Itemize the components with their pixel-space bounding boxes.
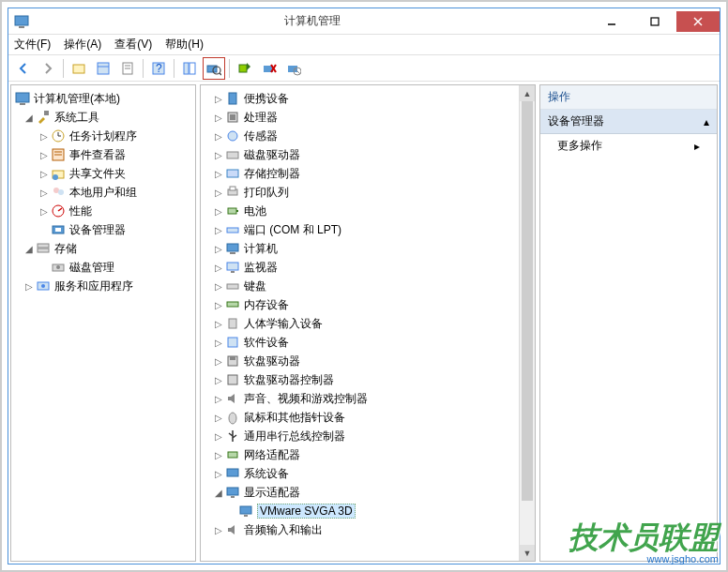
device-floppy-controller[interactable]: ▷软盘驱动器控制器 xyxy=(208,370,518,389)
expand-icon[interactable]: ▷ xyxy=(38,204,51,218)
minimize-button[interactable] xyxy=(590,11,633,32)
maximize-button[interactable] xyxy=(633,11,676,32)
device-computer[interactable]: ▷计算机 xyxy=(208,239,518,258)
disable-button[interactable] xyxy=(282,57,305,80)
expand-icon[interactable]: ▷ xyxy=(212,467,225,480)
tree-device-manager[interactable]: 设备管理器 xyxy=(11,220,195,239)
device-display-adapter[interactable]: ◢显示适配器 xyxy=(208,483,518,502)
device-memory[interactable]: ▷内存设备 xyxy=(208,295,518,314)
scroll-down-button[interactable]: ▼ xyxy=(520,545,535,561)
collapse-icon[interactable]: ◢ xyxy=(23,242,36,255)
show-hide-tree-button[interactable] xyxy=(178,57,201,80)
expand-icon[interactable]: ▷ xyxy=(212,223,225,236)
expand-icon[interactable]: ▷ xyxy=(38,129,51,143)
vertical-scrollbar[interactable]: ▲ ▼ xyxy=(519,85,535,561)
up-button[interactable] xyxy=(68,57,90,80)
scroll-up-button[interactable]: ▲ xyxy=(520,85,535,101)
expand-icon[interactable]: ▷ xyxy=(212,167,225,180)
scroll-thumb[interactable] xyxy=(522,101,533,501)
device-hid[interactable]: ▷人体学输入设备 xyxy=(208,314,518,333)
actions-section[interactable]: 设备管理器 ▴ xyxy=(540,110,717,134)
expand-icon[interactable]: ▷ xyxy=(212,204,225,218)
expand-icon[interactable]: ▷ xyxy=(212,92,225,105)
forward-button[interactable] xyxy=(37,57,59,80)
expand-icon[interactable]: ▷ xyxy=(212,336,225,349)
expand-icon[interactable]: ▷ xyxy=(38,167,51,180)
expand-icon[interactable]: ▷ xyxy=(212,373,225,386)
expand-icon[interactable]: ▷ xyxy=(212,148,225,161)
expand-icon[interactable]: ▷ xyxy=(212,354,225,368)
tree-system-tools[interactable]: ◢ 系统工具 xyxy=(11,108,195,127)
device-mouse[interactable]: ▷鼠标和其他指针设备 xyxy=(208,408,518,427)
svg-rect-66 xyxy=(229,319,236,328)
expand-icon[interactable]: ▷ xyxy=(212,392,225,405)
expand-icon[interactable]: ▷ xyxy=(38,148,51,161)
tree-performance[interactable]: ▷ 性能 xyxy=(11,202,195,220)
console-tree[interactable]: 计算机管理(本地) ◢ 系统工具 ▷ 任务计划程序 ▷ 事件查看器 xyxy=(11,85,195,561)
update-driver-button[interactable] xyxy=(234,57,256,80)
help-button[interactable]: ? xyxy=(147,57,170,80)
menu-file[interactable]: 文件(F) xyxy=(14,37,51,53)
device-storage-controller[interactable]: ▷存储控制器 xyxy=(208,164,518,183)
device-network[interactable]: ▷网络适配器 xyxy=(208,445,518,464)
tree-services-apps[interactable]: ▷ 服务和应用程序 xyxy=(11,277,195,295)
tree-storage[interactable]: ◢ 存储 xyxy=(11,239,195,258)
collapse-arrow-icon[interactable]: ▴ xyxy=(704,115,709,128)
device-software[interactable]: ▷软件设备 xyxy=(208,333,518,352)
tree-event-viewer[interactable]: ▷ 事件查看器 xyxy=(11,145,195,164)
device-ports[interactable]: ▷端口 (COM 和 LPT) xyxy=(208,220,518,239)
device-usb[interactable]: ▷通用串行总线控制器 xyxy=(208,427,518,445)
device-print-queue[interactable]: ▷打印队列 xyxy=(208,183,518,202)
collapse-icon[interactable]: ◢ xyxy=(212,486,225,499)
svg-point-48 xyxy=(41,284,45,288)
device-audio[interactable]: ▷音频输入和输出 xyxy=(208,520,518,539)
watermark: 技术员联盟 www.jsgho.com xyxy=(569,518,719,564)
device-portable[interactable]: ▷便携设备 xyxy=(208,89,518,108)
device-sensor[interactable]: ▷传感器 xyxy=(208,127,518,145)
tree-disk-management[interactable]: 磁盘管理 xyxy=(11,258,195,277)
device-disk[interactable]: ▷磁盘驱动器 xyxy=(208,145,518,164)
expand-icon[interactable]: ▷ xyxy=(212,448,225,461)
close-button[interactable] xyxy=(676,11,720,32)
device-tree[interactable]: ▷便携设备 ▷处理器 ▷传感器 ▷磁盘驱动器 ▷存储控制器 ▷打印队列 ▷电池 … xyxy=(201,85,535,543)
view-button[interactable] xyxy=(92,57,114,80)
device-keyboard[interactable]: ▷键盘 xyxy=(208,277,518,295)
device-vmware-svga[interactable]: VMware SVGA 3D xyxy=(208,502,518,520)
tree-root[interactable]: 计算机管理(本地) xyxy=(11,89,195,108)
device-sound[interactable]: ▷声音、视频和游戏控制器 xyxy=(208,389,518,408)
device-monitor[interactable]: ▷监视器 xyxy=(208,258,518,277)
tree-local-users[interactable]: ▷ 本地用户和组 xyxy=(11,183,195,202)
menu-view[interactable]: 查看(V) xyxy=(114,37,152,53)
actions-pane: 操作 设备管理器 ▴ 更多操作 ▸ xyxy=(539,84,718,562)
expand-icon[interactable]: ▷ xyxy=(212,242,225,255)
expand-icon[interactable]: ▷ xyxy=(212,298,225,311)
expand-icon[interactable]: ▷ xyxy=(212,111,225,124)
tree-shared-folders[interactable]: ▷ 共享文件夹 xyxy=(11,164,195,183)
expand-icon[interactable]: ▷ xyxy=(212,523,225,536)
expand-icon[interactable]: ▷ xyxy=(212,279,225,293)
properties-button[interactable] xyxy=(116,57,139,80)
tree-task-scheduler[interactable]: ▷ 任务计划程序 xyxy=(11,127,195,145)
expand-icon[interactable]: ▷ xyxy=(212,429,225,443)
device-processor[interactable]: ▷处理器 xyxy=(208,108,518,127)
display-adapter-icon xyxy=(225,485,240,500)
expand-icon[interactable]: ▷ xyxy=(212,411,225,424)
device-floppy[interactable]: ▷软盘驱动器 xyxy=(208,352,518,370)
device-battery[interactable]: ▷电池 xyxy=(208,202,518,220)
expand-icon[interactable]: ▷ xyxy=(212,129,225,143)
menu-help[interactable]: 帮助(H) xyxy=(165,37,204,53)
expand-icon[interactable]: ▷ xyxy=(23,279,36,293)
expand-icon[interactable]: ▷ xyxy=(212,261,225,274)
svg-rect-76 xyxy=(240,506,251,514)
back-button[interactable] xyxy=(12,57,35,80)
actions-more[interactable]: 更多操作 ▸ xyxy=(540,134,717,158)
expand-icon[interactable]: ▷ xyxy=(38,186,51,199)
collapse-icon[interactable]: ◢ xyxy=(23,111,36,124)
expand-icon[interactable]: ▷ xyxy=(212,186,225,199)
uninstall-button[interactable] xyxy=(258,57,281,80)
menu-action[interactable]: 操作(A) xyxy=(64,37,101,53)
scan-hardware-button[interactable] xyxy=(203,57,225,80)
device-system[interactable]: ▷系统设备 xyxy=(208,464,518,483)
computer-mgmt-icon xyxy=(15,91,30,106)
expand-icon[interactable]: ▷ xyxy=(212,317,225,330)
